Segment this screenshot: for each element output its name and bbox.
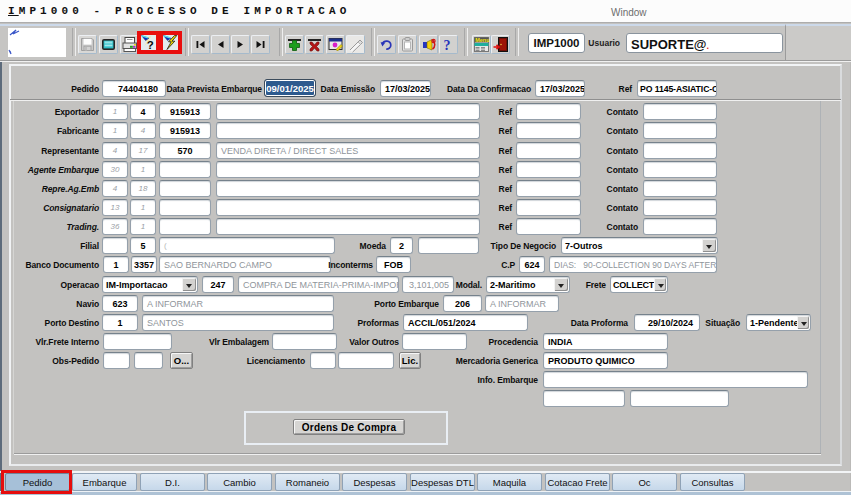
- svg-text:?: ?: [444, 38, 451, 53]
- svg-text:Menu: Menu: [475, 37, 489, 43]
- svg-text:?: ?: [147, 39, 154, 50]
